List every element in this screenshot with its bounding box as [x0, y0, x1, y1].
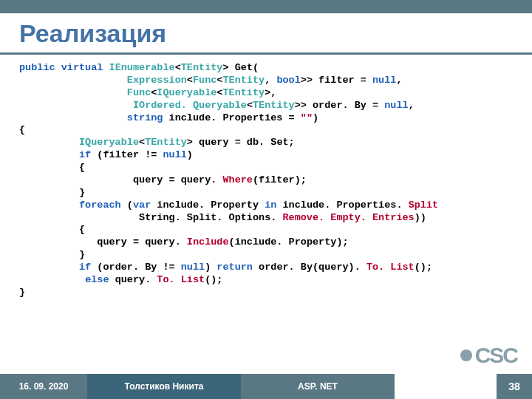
- footer-subject: ASP. NET: [241, 374, 395, 399]
- code-block: public virtual IEnumerable<TEntity> Get(…: [19, 62, 532, 299]
- logo-dot-icon: [460, 349, 472, 361]
- footer-spacer: [395, 374, 497, 399]
- footer-date: 16. 09. 2020: [0, 374, 87, 399]
- logo-text: CSC: [475, 343, 517, 368]
- logo: CSC: [460, 343, 517, 368]
- top-bar: [0, 0, 532, 13]
- footer-author: Толстиков Никита: [87, 374, 241, 399]
- slide-title: Реализация: [19, 19, 532, 48]
- title-rule: [0, 52, 532, 55]
- slide: Реализация public virtual IEnumerable<TE…: [0, 0, 532, 399]
- footer-page-number: 38: [497, 374, 532, 399]
- footer: 16. 09. 2020 Толстиков Никита ASP. NET 3…: [0, 374, 532, 399]
